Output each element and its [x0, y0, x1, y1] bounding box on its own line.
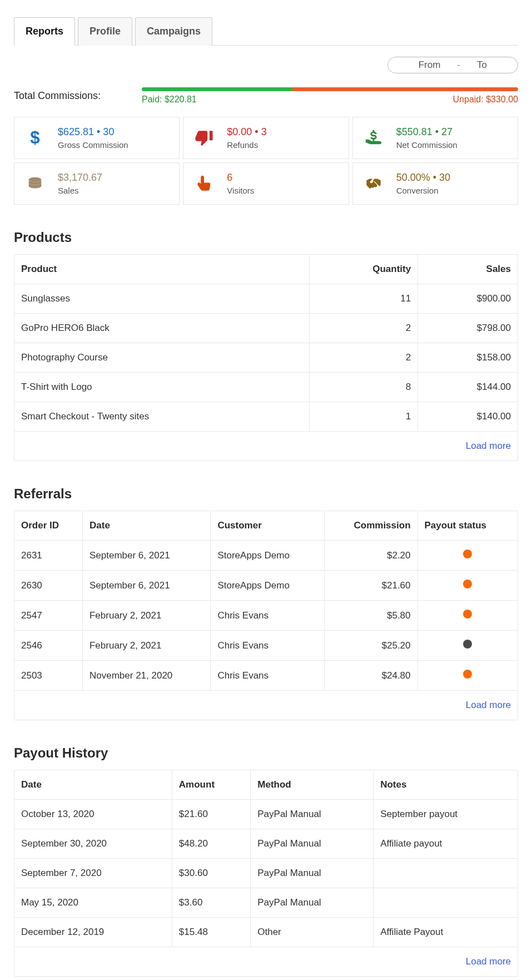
kpi-label: Net Commission: [396, 140, 458, 150]
commissions-unpaid-text: Unpaid: $330.00: [453, 95, 518, 105]
payout-amount: $48.20: [172, 829, 250, 859]
commissions-paid-text: Paid: $220.81: [142, 95, 197, 105]
table-row: 2546 February 2, 2021 Chris Evans $25.20: [14, 631, 518, 661]
payout-amount: $3.60: [172, 888, 250, 918]
tab-profile[interactable]: Profile: [78, 17, 132, 46]
payout-date: October 13, 2020: [14, 800, 172, 829]
products-col-product: Product: [14, 255, 310, 284]
date-from-label: From: [419, 60, 441, 71]
payout-method: Other: [251, 918, 374, 947]
referral-id: 2630: [14, 571, 83, 601]
referrals-load-more[interactable]: Load more: [14, 691, 518, 720]
products-load-more[interactable]: Load more: [14, 432, 518, 461]
payout-method: PayPal Manual: [251, 888, 374, 918]
table-row: T-Shirt with Logo 8 $144.00: [14, 373, 518, 402]
handshake-icon: [361, 171, 386, 196]
referrals-table: Order ID Date Customer Commission Payout…: [14, 511, 518, 720]
kpi-label: Sales: [58, 186, 102, 195]
commissions-bar-paid: [142, 87, 292, 91]
pointer-icon: [191, 171, 217, 196]
kpi-card: $625.81 • 30 Gross Commission: [14, 117, 180, 159]
referral-id: 2547: [14, 601, 83, 631]
table-row: May 15, 2020 $3.60 PayPal Manual: [14, 888, 518, 918]
product-qty: 8: [309, 373, 417, 402]
table-row: October 13, 2020 $21.60 PayPal Manual Se…: [14, 800, 518, 829]
product-qty: 11: [309, 284, 417, 314]
product-name: Sunglasses: [14, 284, 310, 314]
status-dot-icon: [463, 640, 472, 649]
hand-dollar-icon: [361, 125, 386, 151]
referral-date: February 2, 2021: [82, 601, 210, 631]
payout-date: December 12, 2019: [14, 918, 172, 947]
referral-commission: $5.80: [324, 601, 417, 631]
tab-reports[interactable]: Reports: [14, 17, 75, 46]
commissions-row: Total Commissions: Paid: $220.81 Unpaid:…: [14, 87, 518, 105]
referral-commission: $21.60: [324, 571, 417, 601]
tabs: Reports Profile Campaigns: [14, 17, 518, 46]
product-sales: $158.00: [418, 343, 518, 373]
table-row: Smart Checkout - Twenty sites 1 $140.00: [14, 402, 518, 432]
referral-date: September 6, 2021: [82, 571, 210, 601]
products-col-sales: Sales: [418, 255, 518, 284]
referrals-col-status: Payout status: [417, 511, 518, 541]
payout-notes: September payout: [374, 800, 518, 829]
product-sales: $144.00: [418, 373, 518, 402]
payouts-col-notes: Notes: [374, 770, 518, 800]
kpi-card: 6 Visitors: [183, 162, 349, 205]
payout-amount: $30.60: [172, 859, 250, 888]
kpi-label: Refunds: [227, 140, 266, 150]
product-name: T-Shirt with Logo: [14, 373, 310, 402]
table-row: December 12, 2019 $15.48 Other Affiliate…: [14, 918, 518, 947]
kpi-label: Conversion: [396, 186, 450, 195]
kpi-card: 50.00% • 30 Conversion: [352, 162, 518, 205]
product-qty: 1: [309, 402, 417, 432]
commissions-bar-unpaid: [292, 87, 518, 91]
thumbdown-icon: [191, 125, 217, 151]
payout-notes: [374, 859, 518, 888]
referral-date: February 2, 2021: [82, 631, 210, 661]
referral-customer: StoreApps Demo: [211, 541, 324, 571]
referral-status: [417, 571, 518, 601]
referral-commission: $25.20: [324, 631, 417, 661]
commissions-bar-wrap: Paid: $220.81 Unpaid: $330.00: [142, 87, 518, 105]
kpi-card: $0.00 • 3 Refunds: [183, 117, 349, 159]
table-row: September 7, 2020 $30.60 PayPal Manual: [14, 859, 518, 888]
referrals-col-date: Date: [82, 511, 210, 541]
referral-status: [417, 601, 518, 631]
table-row: 2630 September 6, 2021 StoreApps Demo $2…: [14, 571, 518, 601]
product-name: Smart Checkout - Twenty sites: [14, 402, 310, 432]
payout-date: September 7, 2020: [14, 859, 172, 888]
table-row: 2547 February 2, 2021 Chris Evans $5.80: [14, 601, 518, 631]
referral-customer: StoreApps Demo: [211, 571, 324, 601]
referral-id: 2631: [14, 541, 83, 571]
products-heading: Products: [14, 230, 518, 245]
referrals-col-order: Order ID: [14, 511, 83, 541]
kpi-value: $0.00 • 3: [227, 126, 266, 138]
status-dot-icon: [463, 550, 472, 558]
referral-customer: Chris Evans: [211, 631, 324, 661]
table-row: September 30, 2020 $48.20 PayPal Manual …: [14, 829, 518, 859]
product-sales: $900.00: [418, 284, 518, 314]
kpi-value: $625.81 • 30: [58, 126, 128, 138]
referral-customer: Chris Evans: [211, 601, 324, 631]
referral-commission: $2.20: [324, 541, 417, 571]
date-range-picker[interactable]: From - To: [387, 57, 518, 73]
products-table: Product Quantity Sales Sunglasses 11 $90…: [14, 254, 518, 461]
referral-id: 2546: [14, 631, 83, 661]
commissions-label: Total Commissions:: [14, 90, 131, 102]
referral-status: [417, 661, 518, 691]
dollar-icon: [22, 125, 48, 151]
referral-date: November 21, 2020: [82, 661, 210, 691]
table-row: 2503 November 21, 2020 Chris Evans $24.8…: [14, 661, 518, 691]
tab-campaigns[interactable]: Campaigns: [135, 17, 212, 46]
status-dot-icon: [463, 580, 472, 588]
kpi-card: $3,170.67 Sales: [14, 162, 180, 205]
referral-id: 2503: [14, 661, 83, 691]
table-row: Photography Course 2 $158.00: [14, 343, 518, 373]
payouts-load-more[interactable]: Load more: [14, 947, 518, 977]
kpi-value: $550.81 • 27: [396, 126, 458, 138]
payouts-table: Date Amount Method Notes October 13, 202…: [14, 770, 518, 977]
payout-date: September 30, 2020: [14, 829, 172, 859]
commissions-bar: [142, 87, 518, 91]
referrals-col-commission: Commission: [324, 511, 417, 541]
